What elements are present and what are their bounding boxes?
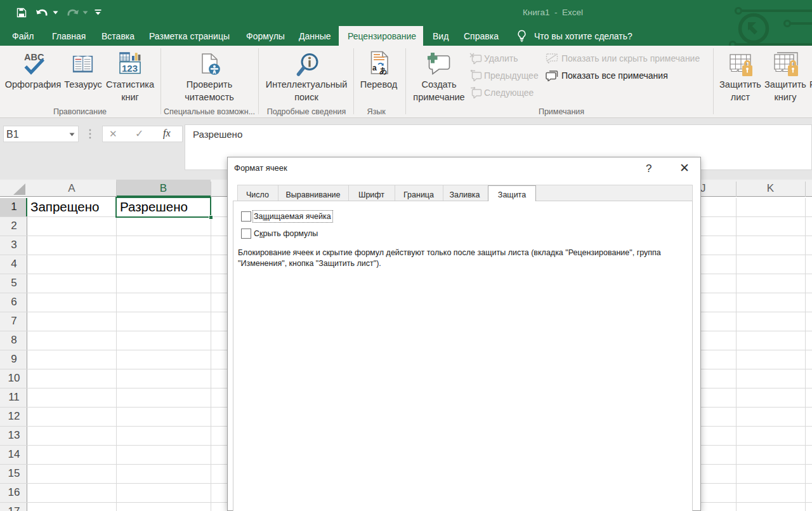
svg-text:あ: あ — [379, 66, 387, 75]
svg-text:a: a — [372, 63, 377, 72]
svg-text:123: 123 — [122, 63, 138, 74]
